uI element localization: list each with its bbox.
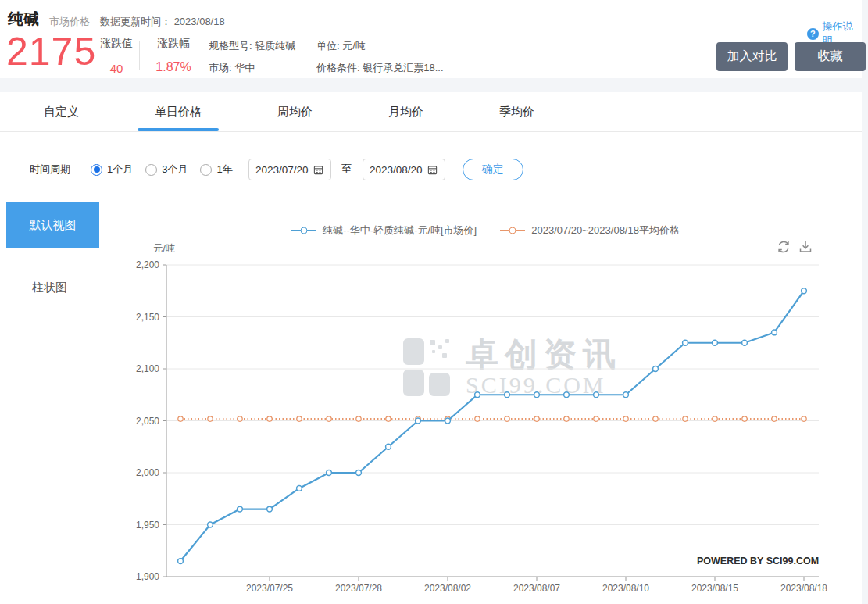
price-line-chart: 1,9001,9502,0002,0502,1002,1502,2002023/… [117, 234, 859, 594]
svg-text:2,200: 2,200 [136, 259, 159, 270]
tab-quarterly-avg[interactable]: 季均价 [499, 92, 534, 131]
sidebar-item-bar-chart[interactable]: 柱状图 [0, 270, 99, 305]
price-change-value: 40 [97, 62, 136, 75]
svg-text:2023/08/07: 2023/08/07 [513, 583, 560, 594]
update-time-value: 2023/08/18 [174, 16, 225, 27]
svg-text:2,050: 2,050 [136, 416, 159, 427]
svg-text:2023/07/28: 2023/07/28 [335, 583, 382, 594]
svg-text:2023/08/15: 2023/08/15 [691, 583, 738, 594]
unit: 单位: 元/吨 [316, 39, 366, 53]
price-change-pct-label: 涨跌幅 [151, 37, 196, 51]
tab-monthly-avg[interactable]: 月均价 [388, 92, 423, 131]
price-tabs: 自定义 单日价格 周均价 月均价 季均价 [0, 92, 862, 132]
line-circle-marker-blue [291, 230, 316, 231]
calendar-icon [313, 165, 323, 175]
end-date-value[interactable]: 2023/08/20 [370, 164, 423, 176]
header: 纯碱 市场价格 数据更新时间： 2023/08/18 ? 操作说明 2175 涨… [0, 0, 862, 78]
radio-1-year-label[interactable]: 1年 [216, 163, 232, 177]
svg-text:2,000: 2,000 [136, 467, 159, 478]
update-time-label: 数据更新时间： [100, 16, 171, 27]
price-change-label: 涨跌值 [97, 37, 136, 51]
confirm-button[interactable]: 确定 [463, 159, 523, 180]
add-compare-button[interactable]: 加入对比 [716, 42, 788, 71]
end-date-input[interactable]: 2023/08/20 [363, 159, 445, 180]
radio-3-month-label[interactable]: 3个月 [162, 163, 188, 177]
start-date-value[interactable]: 2023/07/20 [255, 164, 309, 176]
spec-model: 规格型号: 轻质纯碱 [209, 39, 295, 53]
time-period-controls: 时间周期 1个月 3个月 1年 2023/07/20 至 2023/08/20 [30, 159, 523, 180]
price-change-block: 涨跌值 40 [97, 37, 136, 75]
price-change-pct-value: 1.87% [151, 60, 196, 74]
svg-text:2023/08/10: 2023/08/10 [602, 583, 649, 594]
calendar-icon [427, 165, 438, 175]
radio-icon-selected[interactable] [91, 164, 102, 176]
soda-ash-price-page: { "header": { "title": "纯碱", "category":… [0, 0, 868, 604]
svg-text:2,100: 2,100 [136, 363, 159, 374]
current-price: 2175 [6, 31, 96, 73]
price-condition: 价格条件: 银行承兑汇票18... [316, 61, 444, 75]
price-change-pct-block: 涨跌幅 1.87% [151, 37, 196, 74]
sidebar-item-default-view[interactable]: 默认视图 [6, 202, 99, 248]
divider [139, 41, 140, 70]
question-icon[interactable]: ? [807, 28, 819, 40]
tab-custom[interactable]: 自定义 [44, 92, 79, 131]
update-time: 数据更新时间： 2023/08/18 [100, 15, 225, 29]
page-title: 纯碱 [8, 9, 39, 30]
svg-text:2,150: 2,150 [136, 312, 159, 323]
svg-text:1,950: 1,950 [136, 520, 159, 531]
tab-daily-price[interactable]: 单日价格 [155, 92, 202, 131]
start-date-input[interactable]: 2023/07/20 [248, 159, 331, 180]
tab-weekly-avg[interactable]: 周均价 [277, 92, 313, 131]
category-label: 市场价格 [49, 15, 90, 29]
powered-by-note: POWERED BY SCI99.COM [697, 556, 819, 566]
radio-3-month[interactable]: 3个月 [145, 163, 188, 177]
market-region: 市场: 华中 [209, 61, 255, 75]
radio-1-month[interactable]: 1个月 [91, 163, 133, 177]
radio-1-month-label[interactable]: 1个月 [107, 163, 133, 177]
line-circle-marker-orange [500, 230, 525, 231]
radio-icon[interactable] [145, 164, 157, 176]
main-panel: 自定义 单日价格 周均价 月均价 季均价 时间周期 1个月 3个月 1年 202… [0, 92, 862, 604]
radio-icon[interactable] [200, 164, 212, 176]
period-label: 时间周期 [30, 163, 70, 177]
svg-text:1,900: 1,900 [136, 571, 159, 582]
radio-1-year[interactable]: 1年 [200, 163, 232, 177]
svg-text:2023/07/25: 2023/07/25 [246, 583, 293, 594]
date-range-separator: 至 [341, 163, 352, 177]
svg-text:2023/08/02: 2023/08/02 [424, 583, 471, 594]
favorite-button[interactable]: 收藏 [795, 42, 866, 71]
svg-text:2023/08/18: 2023/08/18 [780, 583, 827, 594]
